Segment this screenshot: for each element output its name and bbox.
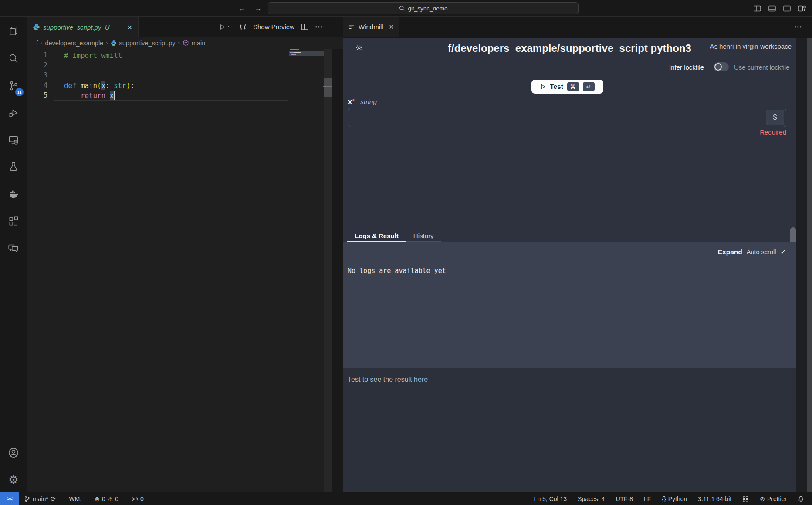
- breadcrumb-symbol[interactable]: main: [192, 40, 205, 47]
- wm-item[interactable]: WM:: [69, 495, 81, 502]
- run-python-button[interactable]: [218, 23, 232, 31]
- tab-close-icon[interactable]: ×: [389, 23, 394, 31]
- toggle-secondary-sidebar-icon[interactable]: [783, 5, 791, 12]
- line-number: 1: [27, 50, 47, 61]
- show-preview-button[interactable]: Show Preview: [253, 23, 294, 30]
- toggle-knob: [714, 63, 722, 71]
- nav-forward-button[interactable]: →: [254, 0, 262, 17]
- language-item[interactable]: {}Python: [662, 495, 687, 502]
- python-version-item[interactable]: 3.11.1 64-bit: [698, 495, 731, 502]
- chevron-down-icon: [227, 24, 232, 29]
- windmill-webview: f/developers_example/supportive_script p…: [343, 38, 812, 492]
- tab-filename: supportive_script.py: [43, 24, 101, 31]
- run-debug-icon[interactable]: [0, 101, 27, 124]
- broadcast-icon: [132, 496, 138, 502]
- tab-bar: supportive_script.py U × Show Preview ⋯: [27, 17, 343, 37]
- search-icon[interactable]: [0, 47, 27, 70]
- editor-scrollbar-slider[interactable]: [324, 78, 332, 97]
- test-button[interactable]: Test ⌘ ↵: [531, 80, 603, 94]
- breadcrumb: f › developers_example › supportive_scri…: [27, 37, 343, 49]
- breadcrumb-root[interactable]: f: [36, 40, 38, 47]
- source-control-badge: 11: [15, 88, 24, 96]
- search-icon: [399, 5, 405, 11]
- auto-scroll-label[interactable]: Auto scroll: [747, 249, 776, 256]
- docker-icon[interactable]: [0, 183, 27, 205]
- explorer-icon[interactable]: [0, 20, 27, 42]
- problems-item[interactable]: ⊗ 0 ⚠ 0: [95, 495, 118, 502]
- enter-key-icon: ↵: [583, 82, 595, 91]
- testing-icon[interactable]: [0, 155, 27, 178]
- open-changes-icon[interactable]: [238, 23, 247, 31]
- insert-variable-button[interactable]: $: [766, 110, 784, 125]
- remote-indicator[interactable]: ><: [0, 492, 19, 505]
- tab-supportive-script[interactable]: supportive_script.py U ×: [27, 17, 139, 37]
- editor-group-code: supportive_script.py U × Show Preview ⋯ …: [27, 17, 343, 492]
- comments-icon[interactable]: [0, 237, 27, 259]
- cmd-key-icon: ⌘: [567, 82, 579, 91]
- split-editor-icon[interactable]: [301, 23, 309, 31]
- lockfile-options-box: Infer lockfile Use current lockfile: [665, 55, 803, 80]
- eol-item[interactable]: LF: [644, 495, 651, 502]
- no-logs-message: No logs are available yet: [348, 267, 446, 275]
- code-editor[interactable]: 1 # import wmill 2 3 4 def main(x: str):…: [27, 49, 343, 492]
- webview-scrollbar[interactable]: [807, 38, 812, 492]
- command-center-search[interactable]: git_sync_demo: [268, 2, 579, 14]
- required-message: Required: [348, 128, 786, 136]
- activity-bar: 11 ⚙: [0, 17, 27, 492]
- nav-back-button[interactable]: ←: [238, 0, 246, 17]
- title-bar: ← → git_sync_demo: [0, 0, 812, 17]
- error-icon: ⊗: [95, 495, 100, 502]
- encoding-item[interactable]: UTF-8: [616, 495, 633, 502]
- prettier-item[interactable]: ⊘Prettier: [760, 495, 787, 502]
- field-type: string: [360, 98, 377, 106]
- tab-history[interactable]: History: [406, 230, 441, 242]
- windmill-icon: [348, 24, 355, 30]
- account-icon[interactable]: [0, 441, 27, 464]
- toggle-sidebar-icon[interactable]: [754, 5, 761, 12]
- breadcrumb-folder[interactable]: developers_example: [45, 40, 103, 47]
- tab-windmill[interactable]: Windmill ×: [343, 17, 399, 37]
- run-as-user-label: As henri in virgin-workspace: [710, 43, 792, 50]
- remote-explorer-icon[interactable]: [0, 129, 27, 152]
- tab-close-icon[interactable]: ×: [127, 23, 132, 31]
- run-icon: [218, 23, 226, 31]
- check-icon[interactable]: ✓: [780, 248, 786, 256]
- branch-icon: [24, 496, 30, 502]
- tab-logs-result[interactable]: Logs & Result: [347, 230, 406, 242]
- breadcrumb-separator: ›: [41, 40, 42, 46]
- breadcrumb-file[interactable]: supportive_script.py: [119, 40, 176, 47]
- prettier-icon: ⊘: [760, 495, 765, 502]
- source-control-icon[interactable]: 11: [0, 74, 27, 97]
- status-bar: >< main* ⟳ WM: ⊗ 0 ⚠ 0 0 Ln 5, Col 13 Sp…: [0, 492, 812, 505]
- indentation-item[interactable]: Spaces: 4: [578, 495, 605, 502]
- python-icon: [33, 24, 40, 31]
- editor-scrollbar[interactable]: [324, 49, 332, 492]
- editor-group-windmill: Windmill × ⋯ f/developers_example/suppor…: [343, 17, 812, 492]
- field-x-input[interactable]: $: [348, 108, 786, 127]
- bell-icon[interactable]: [798, 495, 804, 502]
- result-tabs: Logs & Result History: [347, 230, 441, 242]
- git-branch-item[interactable]: main* ⟳: [24, 495, 56, 503]
- search-value: git_sync_demo: [408, 5, 448, 12]
- settings-gear-icon[interactable]: ⚙: [0, 468, 27, 491]
- use-current-lockfile-label: Use current lockfile: [734, 64, 790, 71]
- tab-title: Windmill: [359, 23, 383, 30]
- required-star: *: [352, 98, 355, 105]
- lockfile-toggle[interactable]: [714, 62, 729, 71]
- minimap[interactable]: [289, 49, 324, 492]
- editor-more-actions-icon[interactable]: ⋯: [794, 22, 802, 31]
- code-line-1: # import wmill: [64, 51, 122, 60]
- schema-field-row: x* string: [348, 98, 377, 107]
- ports-item[interactable]: 0: [132, 495, 144, 502]
- grid-icon[interactable]: [742, 496, 749, 502]
- tab-bar: Windmill × ⋯: [343, 17, 812, 37]
- field-name: x: [348, 98, 352, 105]
- customize-layout-icon[interactable]: [798, 5, 806, 12]
- extensions-icon[interactable]: [0, 210, 27, 232]
- play-icon: [540, 84, 546, 90]
- toggle-panel-icon[interactable]: [768, 5, 776, 12]
- symbol-method-icon: [183, 40, 189, 46]
- editor-more-actions-icon[interactable]: ⋯: [315, 22, 323, 31]
- cursor-position-item[interactable]: Ln 5, Col 13: [534, 495, 567, 502]
- expand-button[interactable]: Expand: [718, 248, 742, 256]
